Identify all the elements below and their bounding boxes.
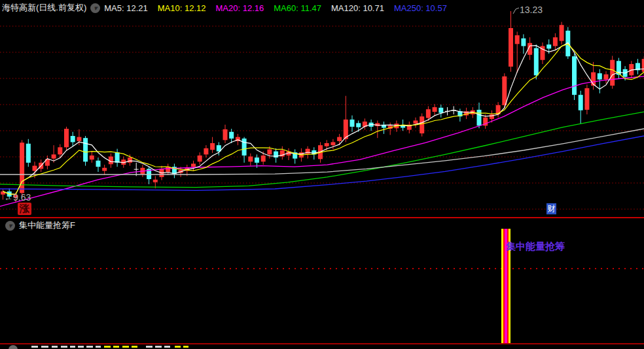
collapse-footer-panel-icon[interactable] [9,345,18,349]
indicator-panel-header: ▾ 集中能量抢筹F [0,219,644,232]
clipped-text-fragment [164,346,170,348]
ma-legend: MA5: 12.21MA10: 12.12MA20: 12.16MA60: 11… [104,3,447,13]
ma-legend-item: MA250: 10.57 [394,3,447,13]
clipped-text-fragment [146,346,152,348]
stock-title: 海特高新(日线.前复权) [2,2,86,14]
rise-stamp: 涨 [18,203,31,215]
collapse-indicator-panel-icon[interactable]: ▾ [5,221,15,231]
clipped-text-fragment [113,346,119,348]
clipped-text-fragment [155,346,162,348]
chevron-down-icon: ▾ [94,3,98,13]
clipped-text-fragment [122,346,129,348]
clipped-text-fragment [132,346,137,348]
indicator-title: 集中能量抢筹F [19,220,75,231]
ma-legend-item: MA5: 12.21 [104,3,148,13]
main-chart-canvas[interactable] [0,0,644,349]
ma-legend-item: MA20: 12.16 [216,3,264,13]
clipped-text-fragment [96,346,101,348]
clipped-text-fragment [41,346,48,348]
stock-chart-app: 海特高新(日线.前复权) ▾ MA5: 12.21MA10: 12.12MA20… [0,0,644,349]
chart-header: 海特高新(日线.前复权) ▾ MA5: 12.21MA10: 12.12MA20… [0,0,644,16]
panel-divider[interactable] [0,217,644,218]
collapse-main-panel-icon[interactable]: ▾ [90,3,100,13]
clipped-text-fragment [104,346,111,348]
clipped-text-fragment [31,346,38,348]
clipped-text-fragment [183,346,188,348]
clipped-text-fragment [86,346,93,348]
signal-label: 集中能量抢筹 [506,241,565,253]
ma-legend-item: MA10: 12.12 [158,3,206,13]
ma-legend-item: MA60: 11.47 [274,3,321,13]
clipped-text-fragment [78,346,84,348]
clipped-footer [0,344,644,349]
clipped-text-fragment [175,346,181,348]
chevron-down-icon: ▾ [9,221,12,231]
indicator-baseline [0,268,644,269]
clipped-text-fragment [70,346,75,348]
wealth-tag: 财 [546,203,556,214]
ma-legend-item: MA120: 10.71 [331,3,384,13]
clipped-text-fragment [52,346,58,348]
low-price-label: ←9.63 [4,192,31,203]
clipped-text-fragment [61,346,67,348]
